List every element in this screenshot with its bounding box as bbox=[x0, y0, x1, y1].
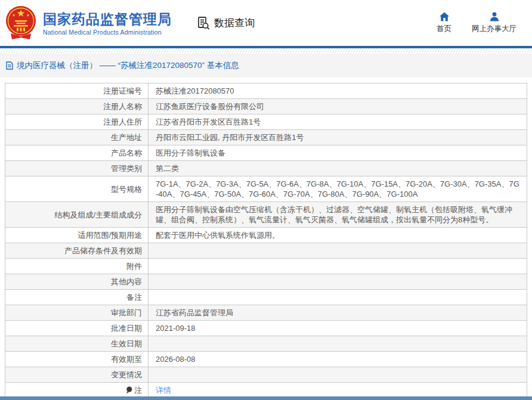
table-row: 注册证编号苏械注准20172080570 bbox=[5, 83, 527, 99]
table-row: 变更情况 bbox=[5, 367, 527, 383]
document-icon bbox=[6, 61, 13, 70]
row-value: 2021-09-18 bbox=[149, 321, 527, 336]
data-query-button[interactable]: 数据查询 bbox=[196, 15, 255, 31]
row-label: 结构及组成/主要组成成分 bbox=[5, 202, 149, 227]
row-label: 型号规格 bbox=[5, 176, 149, 201]
national-emblem-icon bbox=[5, 5, 37, 42]
table-row: 生产地址丹阳市云阳工业园, 丹阳市开发区百胜路1号 bbox=[5, 130, 527, 145]
site-title-block: 国家药品监督管理局 National Medical Products Admi… bbox=[43, 11, 172, 36]
row-label: 适用范围/预期用途 bbox=[5, 228, 149, 243]
row-label: 注册人住所 bbox=[5, 114, 149, 129]
nav-hall-label: 网上办事大厅 bbox=[472, 24, 516, 34]
note-details-link[interactable]: 详情 bbox=[156, 385, 171, 395]
page: 国家药品监督管理局 National Medical Products Admi… bbox=[0, 0, 532, 400]
row-label: 批准日期 bbox=[5, 321, 149, 336]
row-value: 江苏省药品监督管理局 bbox=[149, 305, 527, 320]
row-label: 审批部门 bbox=[5, 305, 149, 320]
row-label: 生产地址 bbox=[5, 130, 149, 145]
row-label: 附件 bbox=[5, 259, 149, 274]
top-nav: 首页 网上办事大厅 bbox=[437, 12, 516, 34]
row-label: 有效期至 bbox=[5, 352, 149, 367]
row-label: 注 bbox=[5, 383, 149, 398]
row-value: 2026-08-08 bbox=[149, 352, 527, 367]
row-label: 注册人名称 bbox=[5, 99, 149, 114]
table-row: 注册人住所江苏省丹阳市开发区百胜路1号 bbox=[5, 114, 527, 130]
note-label: 注 bbox=[134, 385, 142, 395]
row-label: 产品储存条件及有效期 bbox=[5, 243, 149, 258]
footer-bar bbox=[0, 396, 532, 400]
breadcrumb: 境内医疗器械（注册） —— “苏械注准20172080570” 基本信息 bbox=[6, 60, 239, 71]
row-label: 产品名称 bbox=[5, 145, 149, 160]
row-value bbox=[149, 259, 527, 274]
row-value: 江苏鱼跃医疗设备股份有限公司 bbox=[149, 99, 527, 114]
table-row: 型号规格7G-1A、7G-2A、7G-3A、7G-5A、7G-6A、7G-8A、… bbox=[5, 176, 527, 202]
table-row: 审批部门江苏省药品监督管理局 bbox=[5, 305, 527, 321]
row-label: 备注 bbox=[5, 290, 149, 305]
table-row: 注册人名称江苏鱼跃医疗设备股份有限公司 bbox=[5, 99, 527, 114]
row-value: 医用分子筛制氧设备由空气压缩机（含冻干机）、过滤器、空气储罐、制氧主机（包括吸附… bbox=[149, 202, 527, 227]
table-row: 批准日期2021-09-18 bbox=[5, 321, 527, 336]
row-value: 第二类 bbox=[149, 161, 527, 176]
row-label: 变更情况 bbox=[5, 367, 149, 382]
person-icon bbox=[489, 12, 500, 21]
home-icon bbox=[439, 12, 450, 21]
table-row: 备注 bbox=[5, 290, 527, 305]
hatch-pattern-band bbox=[0, 48, 532, 54]
row-value: 7G-1A、7G-2A、7G-3A、7G-5A、7G-6A、7G-8A、7G-1… bbox=[149, 176, 527, 201]
site-subtitle: National Medical Products Administration bbox=[43, 29, 172, 36]
document-search-icon bbox=[196, 15, 211, 31]
row-value: 配套于医用中心供氧系统作氧源用。 bbox=[149, 228, 527, 243]
note-pin-icon bbox=[126, 386, 132, 394]
data-query-label: 数据查询 bbox=[214, 16, 255, 30]
table-row: 注 详情 bbox=[5, 383, 527, 398]
table-row: 有效期至2026-08-08 bbox=[5, 352, 527, 367]
row-label: 管理类别 bbox=[5, 161, 149, 176]
breadcrumb-text: 境内医疗器械（注册） —— “苏械注准20172080570” 基本信息 bbox=[17, 60, 239, 71]
row-value: 江苏省丹阳市开发区百胜路1号 bbox=[149, 114, 527, 129]
row-value bbox=[149, 367, 527, 382]
site-title: 国家药品监督管理局 bbox=[43, 11, 172, 27]
row-label: 生效日期 bbox=[5, 336, 149, 351]
table-row: 结构及组成/主要组成成分医用分子筛制氧设备由空气压缩机（含冻干机）、过滤器、空气… bbox=[5, 202, 527, 228]
table-row: 适用范围/预期用途配套于医用中心供氧系统作氧源用。 bbox=[5, 228, 527, 243]
nmpa-emblem-logo[interactable] bbox=[5, 5, 37, 42]
nav-home-label: 首页 bbox=[437, 24, 451, 34]
row-value: 详情 bbox=[149, 383, 527, 398]
table-row: 产品名称医用分子筛制氧设备 bbox=[5, 145, 527, 161]
registration-info-table: 注册证编号苏械注准20172080570 注册人名称江苏鱼跃医疗设备股份有限公司… bbox=[5, 83, 527, 398]
table-row: 附件 bbox=[5, 259, 527, 274]
row-value: 丹阳市云阳工业园, 丹阳市开发区百胜路1号 bbox=[149, 130, 527, 145]
site-header: 国家药品监督管理局 National Medical Products Admi… bbox=[0, 0, 532, 46]
row-value: 苏械注准20172080570 bbox=[149, 83, 527, 98]
table-row: 管理类别第二类 bbox=[5, 161, 527, 176]
nav-home[interactable]: 首页 bbox=[437, 12, 451, 34]
row-label: 注册证编号 bbox=[5, 83, 149, 98]
table-row: 其他内容 bbox=[5, 274, 527, 290]
row-value: 医用分子筛制氧设备 bbox=[149, 145, 527, 160]
row-value bbox=[149, 243, 527, 258]
breadcrumb-strip: 境内医疗器械（注册） —— “苏械注准20172080570” 基本信息 bbox=[0, 54, 532, 77]
row-value bbox=[149, 336, 527, 351]
row-label: 其他内容 bbox=[5, 274, 149, 289]
row-value bbox=[149, 274, 527, 289]
table-row: 生效日期 bbox=[5, 336, 527, 352]
nav-online-service-hall[interactable]: 网上办事大厅 bbox=[472, 12, 516, 34]
row-value bbox=[149, 290, 527, 305]
table-row: 产品储存条件及有效期 bbox=[5, 243, 527, 259]
